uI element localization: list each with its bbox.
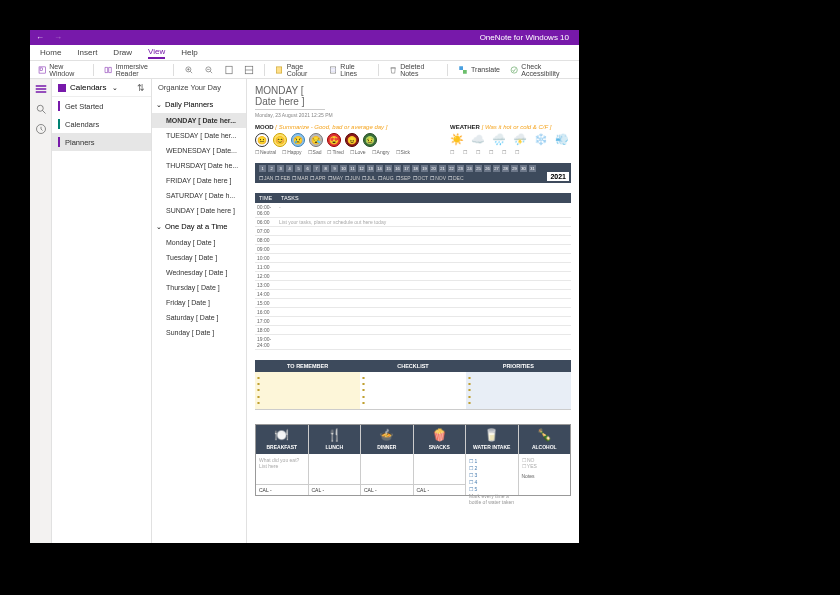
page-item[interactable]: Tuesday [ Date ] xyxy=(152,250,246,265)
page-item[interactable]: WEDNESDAY [ Date... xyxy=(152,143,246,158)
deleted-notes-button[interactable]: Deleted Notes xyxy=(389,63,437,77)
meals-table: 🍽️BREAKFASTWhat did you eat? List hereCA… xyxy=(255,424,571,496)
menu-insert[interactable]: Insert xyxy=(77,48,97,57)
schedule-row[interactable]: 17:00 xyxy=(255,317,571,326)
day-grid[interactable]: 1234567891011121314151617181920212223242… xyxy=(259,165,567,172)
mood-faces: 😐 😊 😢 😪 😍 😠 🤢 xyxy=(255,133,410,147)
search-icon[interactable] xyxy=(35,103,47,115)
section-get-started[interactable]: Get Started xyxy=(52,97,151,115)
page-colour-button[interactable]: Page Colour xyxy=(275,63,319,77)
meal-col: 🍾ALCOHOL☐ NO☐ YESNotes xyxy=(519,425,571,495)
checklist-pad[interactable] xyxy=(360,372,465,410)
page-item[interactable]: Friday [ Date ] xyxy=(152,295,246,310)
section-calendars[interactable]: Calendars xyxy=(52,115,151,133)
weather-checkboxes[interactable]: ☐☐☐☐☐☐ xyxy=(450,149,569,155)
schedule-row[interactable]: 10:00 xyxy=(255,254,571,263)
schedule-row[interactable]: 09:00 xyxy=(255,245,571,254)
schedule-row[interactable]: 07:00 xyxy=(255,227,571,236)
svg-rect-6 xyxy=(277,66,282,72)
immersive-reader-button[interactable]: Immersive Reader xyxy=(104,63,163,77)
mood-love-icon[interactable]: 😍 xyxy=(327,133,341,147)
mood-sick-icon[interactable]: 🤢 xyxy=(363,133,377,147)
page-item[interactable]: SATURDAY [ Date h... xyxy=(152,188,246,203)
schedule-row[interactable]: 12:00 xyxy=(255,272,571,281)
mood-neutral-icon[interactable]: 😐 xyxy=(255,133,269,147)
accessibility-button[interactable]: Check Accessibility xyxy=(510,63,571,77)
page-item[interactable]: Thursday [ Date ] xyxy=(152,280,246,295)
page-item[interactable]: Wednesday [ Date ] xyxy=(152,265,246,280)
forward-icon[interactable]: → xyxy=(54,33,62,42)
page-group-label: Organize Your Day xyxy=(152,79,246,96)
mood-tired-icon[interactable]: 😪 xyxy=(309,133,323,147)
schedule-row[interactable]: 11:00 xyxy=(255,263,571,272)
zoom-out-icon[interactable] xyxy=(204,65,214,75)
mood-checkboxes[interactable]: NeutralHappySadTiredLoveAngrySick xyxy=(255,149,410,155)
schedule-row[interactable]: 13:00 xyxy=(255,281,571,290)
group-daily-planners[interactable]: ⌄ Daily Planners xyxy=(152,96,246,113)
app-title: OneNote for Windows 10 xyxy=(62,33,573,42)
weather-storm-icon[interactable]: ⛈️ xyxy=(513,133,527,146)
menu-home[interactable]: Home xyxy=(40,48,61,57)
zoom-in-icon[interactable] xyxy=(184,65,194,75)
new-window-button[interactable]: New Window xyxy=(38,63,83,77)
schedule-row[interactable]: 16:00 xyxy=(255,308,571,317)
page-item[interactable]: SUNDAY [ Date here ] xyxy=(152,203,246,218)
schedule-row[interactable]: 14:00 xyxy=(255,290,571,299)
remember-pad[interactable] xyxy=(255,372,360,410)
schedule-row[interactable]: 15:00 xyxy=(255,299,571,308)
schedule-row[interactable]: 08:00 xyxy=(255,236,571,245)
menu-bar: Home Insert Draw View Help xyxy=(30,45,579,61)
schedule-row[interactable]: 18:00 xyxy=(255,326,571,335)
menu-help[interactable]: Help xyxy=(181,48,197,57)
priorities-pad[interactable] xyxy=(466,372,571,410)
side-rail xyxy=(30,79,52,543)
recent-icon[interactable] xyxy=(35,123,47,135)
title-bar: ← → OneNote for Windows 10 xyxy=(30,30,579,45)
page-item[interactable]: MONDAY [ Date her... xyxy=(152,113,246,128)
page-item[interactable]: Monday [ Date ] xyxy=(152,235,246,250)
page-item[interactable]: Sunday [ Date ] xyxy=(152,325,246,340)
year-badge: 2021 xyxy=(547,172,569,181)
weather-snow-icon[interactable]: ❄️ xyxy=(534,133,548,146)
meal-col: 🍴LUNCHCAL - xyxy=(309,425,362,495)
group-one-day[interactable]: ⌄ One Day at a Time xyxy=(152,218,246,235)
weather-cloud-icon[interactable]: ☁️ xyxy=(471,133,485,146)
weather-rain-icon[interactable]: 🌧️ xyxy=(492,133,506,146)
section-planners[interactable]: Planners xyxy=(52,133,151,151)
rule-lines-button[interactable]: Rule Lines xyxy=(329,63,368,77)
navigation-icon[interactable] xyxy=(35,83,47,95)
page-item[interactable]: TUESDAY [ Date her... xyxy=(152,128,246,143)
menu-view[interactable]: View xyxy=(148,47,165,59)
menu-draw[interactable]: Draw xyxy=(113,48,132,57)
page-date: Monday, 23 August 2021 12:25 PM xyxy=(255,112,571,118)
weather-sunny-icon[interactable]: ☀️ xyxy=(450,133,464,146)
translate-button[interactable]: Translate xyxy=(458,65,500,75)
back-icon[interactable]: ← xyxy=(36,33,44,42)
page-canvas[interactable]: MONDAY [ Date here ] Monday, 23 August 2… xyxy=(247,79,579,543)
sort-icon[interactable]: ⇅ xyxy=(137,83,145,93)
svg-rect-1 xyxy=(40,67,43,70)
page-width-icon[interactable] xyxy=(224,65,234,75)
fit-page-icon[interactable] xyxy=(244,65,254,75)
schedule-row[interactable]: 06:00List your tasks, plans or schedule … xyxy=(255,218,571,227)
svg-point-14 xyxy=(37,105,43,111)
meal-col: 🍲DINNERCAL - xyxy=(361,425,414,495)
meal-col: 🍿SNACKSCAL - xyxy=(414,425,467,495)
mood-sad-icon[interactable]: 😢 xyxy=(291,133,305,147)
meal-col: 🥛WATER INTAKE☐ 1☐ 2☐ 3☐ 4☐ 5Mark every t… xyxy=(466,425,519,495)
mood-angry-icon[interactable]: 😠 xyxy=(345,133,359,147)
caret-down-icon: ⌄ xyxy=(156,223,162,231)
page-item[interactable]: THURSDAY[ Date he... xyxy=(152,158,246,173)
schedule-row[interactable]: 00:00-06:00- xyxy=(255,203,571,218)
svg-rect-9 xyxy=(463,70,467,74)
page-title[interactable]: MONDAY [ Date here ] xyxy=(255,85,325,110)
mood-happy-icon[interactable]: 😊 xyxy=(273,133,287,147)
schedule-row[interactable]: 19:00-24:00 xyxy=(255,335,571,350)
notes-triple: TO REMEMBER CHECKLIST PRIORITIES xyxy=(255,360,571,410)
weather-wind-icon[interactable]: 💨 xyxy=(555,133,569,146)
page-item[interactable]: Saturday [ Date ] xyxy=(152,310,246,325)
notebook-icon xyxy=(58,84,66,92)
month-checks[interactable]: JANFEBMARAPRMAYJUNJULAUGSEPOCTNOVDEC xyxy=(259,175,567,181)
notebook-dropdown[interactable]: Calendars ⌄ ⇅ xyxy=(52,79,151,97)
page-item[interactable]: FRIDAY [ Date here ] xyxy=(152,173,246,188)
